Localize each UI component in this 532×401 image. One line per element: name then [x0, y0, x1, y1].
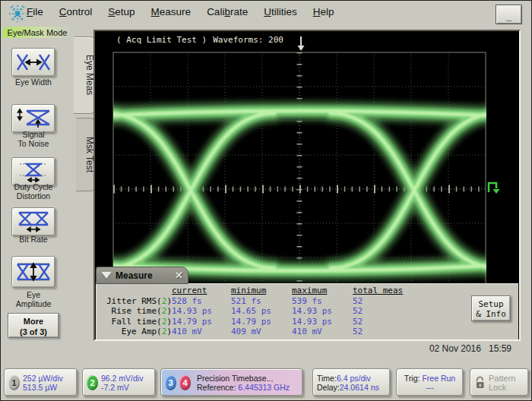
signal-to-noise-label-2: To Noise — [1, 139, 66, 148]
bit-rate-icon — [17, 211, 50, 232]
channel1-badge: 1 — [8, 375, 20, 390]
eyeamp-total: 52 — [353, 327, 406, 337]
menu-setup[interactable]: Setup — [108, 6, 135, 17]
setup-info-button[interactable]: Setup & Info — [471, 295, 511, 321]
menu-file[interactable]: File — [27, 6, 43, 17]
channel3-badge: 3 — [165, 375, 176, 390]
eye-width-label: Eye Width — [1, 77, 66, 87]
menu-help[interactable]: Help — [313, 6, 334, 17]
channel1-button[interactable]: 1 252 µW/div 513.5 µW — [4, 368, 78, 396]
measure-tab-label: Measure — [116, 270, 171, 281]
eyeamp-maximum: 410 mV — [292, 327, 353, 337]
eye-amplitude-label-1: Eye — [1, 290, 66, 299]
fall-minimum: 14.79 ps — [231, 317, 292, 327]
ch1-offset: 513.5 µW — [23, 383, 63, 392]
pattern-lock-label-2: Lock — [489, 383, 515, 392]
lock-icon — [474, 376, 486, 390]
ch2-offset: -7.2 mV — [101, 383, 143, 392]
signal-to-noise-label-1: Signal — [1, 130, 66, 139]
rise-minimum: 14.65 ps — [231, 306, 292, 317]
measure-table: current minimum maximum total meas Jitte… — [99, 286, 406, 337]
menu-bar: File Control Setup Measure Calibrate Uti… — [1, 1, 531, 27]
menu-utilities[interactable]: Utilities — [264, 6, 297, 17]
col-header-total-meas: total meas — [353, 286, 406, 296]
channel2-badge: 2 — [87, 375, 98, 390]
jitter-maximum: 539 fs — [292, 296, 353, 307]
trig-value: Free Run — [422, 374, 455, 383]
eye-amplitude-icon — [16, 260, 51, 283]
ch2-scale: 96.2 mV/div — [101, 374, 143, 383]
eyeamp-minimum: 409 mV — [231, 327, 292, 337]
fall-maximum: 14.93 ps — [292, 317, 353, 327]
measure-panel-tab[interactable]: Measure ✕ — [96, 267, 188, 284]
col-header-current: current — [172, 286, 231, 296]
fall-total: 52 — [353, 317, 406, 327]
datetime-label: 02 Nov 2016 15:59 — [429, 343, 511, 354]
signal-to-noise-button[interactable] — [11, 104, 55, 133]
eyeamp-current: 410 mV — [172, 327, 231, 337]
rise-maximum: 14.93 ps — [292, 306, 353, 317]
more-label: More — [8, 316, 59, 327]
pattern-lock-label-1: Pattern — [489, 374, 515, 383]
delay-label: Delay: — [317, 383, 340, 392]
duty-cycle-label-1: Duty Cycle — [1, 182, 66, 191]
row-label-rise-time: Rise time(2) — [99, 306, 172, 317]
rise-current: 14.93 ps — [172, 306, 231, 317]
ch1-scale: 252 µW/div — [23, 374, 63, 383]
pattern-lock-button[interactable]: Pattern Lock — [470, 368, 529, 396]
minimize-button[interactable]: _ — [496, 5, 522, 24]
tab-eye-meas[interactable]: Eye Meas — [74, 36, 96, 114]
trigger-button[interactable]: Trig: Free Run --- — [396, 368, 464, 396]
level-marker-icon[interactable] — [489, 183, 500, 194]
jitter-total: 52 — [353, 296, 406, 307]
time-value: 6.4 ps/div — [337, 374, 371, 383]
col-header-maximum: maximum — [292, 286, 353, 296]
row-label-fall-time: Fall time(2) — [99, 317, 172, 327]
menu-control[interactable]: Control — [59, 6, 93, 17]
signal-to-noise-icon — [16, 108, 51, 129]
eye-width-button[interactable] — [11, 48, 55, 77]
menu-measure[interactable]: Measure — [151, 6, 192, 17]
collapse-triangle-icon[interactable] — [101, 272, 112, 279]
rise-total: 52 — [353, 306, 406, 317]
status-bar: 1 252 µW/div 513.5 µW 2 96.2 mV/div -7.2… — [1, 366, 531, 400]
duty-cycle-distortion-icon — [17, 161, 50, 182]
close-icon[interactable]: ✕ — [175, 270, 183, 281]
precision-timebase-button[interactable]: 3 4 Precision Timebase... Reference: 6.4… — [160, 368, 303, 396]
bit-rate-label: Bit Rate — [1, 235, 66, 244]
reference-label: Reference: — [197, 383, 236, 392]
jitter-current: 528 fs — [172, 296, 231, 307]
eye-amplitude-label-2: Amplitude — [1, 299, 66, 308]
channel2-button[interactable]: 2 96.2 mV/div -7.2 mV — [82, 368, 156, 396]
timebase-title: Precision Timebase... — [197, 374, 290, 383]
measure-panel: current minimum maximum total meas Jitte… — [96, 283, 518, 339]
more-sub-label: (3 of 3) — [8, 327, 59, 337]
delay-value: 24.0614 ns — [340, 383, 379, 392]
trig-line2: --- — [404, 383, 455, 392]
scope-display: ( Acq Limit Test ) Waveforms: 200 — [93, 30, 521, 341]
row-label-jitter-rms: Jitter RMS(2) — [99, 296, 172, 307]
trigger-marker-icon[interactable] — [298, 36, 305, 51]
duty-cycle-label-2: Distortion — [1, 191, 66, 200]
jitter-minimum: 521 fs — [231, 296, 292, 307]
col-header-minimum: minimum — [231, 286, 292, 296]
bit-rate-button[interactable] — [11, 207, 55, 236]
menu-calibrate[interactable]: Calibrate — [207, 6, 248, 17]
more-button[interactable]: More (3 of 3) — [8, 313, 59, 338]
eye-width-icon — [16, 52, 51, 72]
reference-value: 6.445313 GHz — [238, 383, 290, 392]
agilent-logo-icon — [7, 4, 28, 24]
trig-label: Trig: — [404, 374, 420, 383]
fall-current: 14.79 ps — [172, 317, 231, 327]
channel4-badge: 4 — [179, 375, 191, 390]
row-label-eye-amp: Eye Amp(2) — [99, 327, 172, 337]
eye-amplitude-button[interactable] — [11, 256, 55, 288]
mode-label: Eye/Mask Mode — [2, 27, 72, 38]
timebase-scale-button[interactable]: Time:6.4 ps/div Delay:24.0614 ns — [312, 368, 391, 396]
time-label: Time: — [317, 374, 337, 383]
